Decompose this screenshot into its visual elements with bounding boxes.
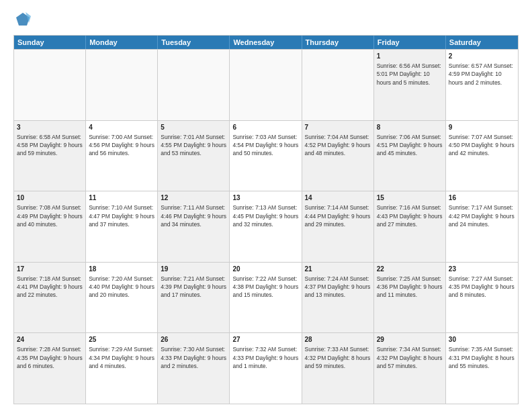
- cal-cell: 30Sunrise: 7:35 AM Sunset: 4:31 PM Dayli…: [446, 333, 518, 404]
- day-info: Sunrise: 7:18 AM Sunset: 4:41 PM Dayligh…: [17, 275, 83, 300]
- cal-cell: 29Sunrise: 7:34 AM Sunset: 4:32 PM Dayli…: [374, 333, 446, 404]
- day-number: 15: [377, 193, 443, 203]
- day-info: Sunrise: 6:58 AM Sunset: 4:58 PM Dayligh…: [17, 133, 83, 158]
- day-info: Sunrise: 7:10 AM Sunset: 4:47 PM Dayligh…: [89, 203, 154, 228]
- header-cell-wednesday: Wednesday: [230, 36, 302, 49]
- cal-cell: 27Sunrise: 7:32 AM Sunset: 4:33 PM Dayli…: [230, 333, 302, 404]
- day-info: Sunrise: 7:16 AM Sunset: 4:43 PM Dayligh…: [377, 203, 443, 228]
- cal-cell: 4Sunrise: 7:00 AM Sunset: 4:56 PM Daylig…: [86, 121, 158, 191]
- day-number: 4: [89, 123, 154, 132]
- day-info: Sunrise: 7:29 AM Sunset: 4:34 PM Dayligh…: [89, 345, 154, 370]
- day-number: 3: [17, 123, 83, 132]
- cal-cell: 14Sunrise: 7:14 AM Sunset: 4:44 PM Dayli…: [302, 191, 374, 262]
- header-cell-sunday: Sunday: [14, 36, 86, 49]
- cal-cell: 17Sunrise: 7:18 AM Sunset: 4:41 PM Dayli…: [14, 263, 86, 333]
- day-info: Sunrise: 7:07 AM Sunset: 4:50 PM Dayligh…: [449, 133, 515, 158]
- day-number: 23: [449, 265, 515, 274]
- day-info: Sunrise: 7:32 AM Sunset: 4:33 PM Dayligh…: [232, 345, 298, 370]
- header: [13, 11, 519, 30]
- day-info: Sunrise: 7:14 AM Sunset: 4:44 PM Dayligh…: [305, 203, 371, 228]
- week-row-1: 1Sunrise: 6:56 AM Sunset: 5:01 PM Daylig…: [14, 49, 518, 120]
- header-cell-thursday: Thursday: [302, 36, 374, 49]
- cal-cell: [14, 50, 86, 120]
- day-number: 9: [449, 123, 515, 132]
- day-number: 1: [377, 52, 443, 61]
- day-number: 6: [232, 123, 298, 132]
- cal-cell: [86, 50, 158, 120]
- cal-cell: 8Sunrise: 7:06 AM Sunset: 4:51 PM Daylig…: [374, 121, 446, 191]
- day-number: 20: [232, 265, 298, 274]
- day-info: Sunrise: 7:33 AM Sunset: 4:32 PM Dayligh…: [305, 345, 371, 370]
- header-cell-tuesday: Tuesday: [158, 36, 230, 49]
- day-info: Sunrise: 7:25 AM Sunset: 4:36 PM Dayligh…: [377, 275, 443, 300]
- calendar: SundayMondayTuesdayWednesdayThursdayFrid…: [13, 35, 519, 404]
- cal-cell: 18Sunrise: 7:20 AM Sunset: 4:40 PM Dayli…: [86, 263, 158, 333]
- day-info: Sunrise: 7:24 AM Sunset: 4:37 PM Dayligh…: [305, 275, 371, 300]
- day-number: 13: [232, 193, 298, 203]
- day-number: 22: [377, 265, 443, 274]
- cal-cell: 23Sunrise: 7:27 AM Sunset: 4:35 PM Dayli…: [446, 263, 518, 333]
- cal-cell: 9Sunrise: 7:07 AM Sunset: 4:50 PM Daylig…: [446, 121, 518, 191]
- logo: [13, 11, 35, 30]
- day-number: 25: [89, 335, 154, 345]
- day-info: Sunrise: 7:30 AM Sunset: 4:33 PM Dayligh…: [161, 345, 226, 370]
- cal-cell: 21Sunrise: 7:24 AM Sunset: 4:37 PM Dayli…: [302, 263, 374, 333]
- cal-cell: 28Sunrise: 7:33 AM Sunset: 4:32 PM Dayli…: [302, 333, 374, 404]
- day-info: Sunrise: 7:08 AM Sunset: 4:49 PM Dayligh…: [17, 203, 83, 228]
- day-info: Sunrise: 7:34 AM Sunset: 4:32 PM Dayligh…: [377, 345, 443, 370]
- logo-icon: [13, 11, 32, 30]
- header-cell-monday: Monday: [86, 36, 158, 49]
- cal-cell: 11Sunrise: 7:10 AM Sunset: 4:47 PM Dayli…: [86, 191, 158, 262]
- cal-cell: 5Sunrise: 7:01 AM Sunset: 4:55 PM Daylig…: [158, 121, 230, 191]
- day-info: Sunrise: 7:22 AM Sunset: 4:38 PM Dayligh…: [232, 275, 298, 300]
- cal-cell: 2Sunrise: 6:57 AM Sunset: 4:59 PM Daylig…: [446, 50, 518, 120]
- day-info: Sunrise: 7:17 AM Sunset: 4:42 PM Dayligh…: [449, 203, 515, 228]
- cal-cell: 10Sunrise: 7:08 AM Sunset: 4:49 PM Dayli…: [14, 191, 86, 262]
- cal-cell: 15Sunrise: 7:16 AM Sunset: 4:43 PM Dayli…: [374, 191, 446, 262]
- page: SundayMondayTuesdayWednesdayThursdayFrid…: [0, 0, 532, 411]
- cal-cell: 3Sunrise: 6:58 AM Sunset: 4:58 PM Daylig…: [14, 121, 86, 191]
- calendar-body: 1Sunrise: 6:56 AM Sunset: 5:01 PM Daylig…: [14, 49, 518, 404]
- cal-cell: 12Sunrise: 7:11 AM Sunset: 4:46 PM Dayli…: [158, 191, 230, 262]
- cal-cell: 6Sunrise: 7:03 AM Sunset: 4:54 PM Daylig…: [230, 121, 302, 191]
- day-number: 8: [377, 123, 443, 132]
- day-number: 11: [89, 193, 154, 203]
- cal-cell: 20Sunrise: 7:22 AM Sunset: 4:38 PM Dayli…: [230, 263, 302, 333]
- day-number: 7: [305, 123, 371, 132]
- day-info: Sunrise: 7:28 AM Sunset: 4:35 PM Dayligh…: [17, 345, 83, 370]
- cal-cell: 19Sunrise: 7:21 AM Sunset: 4:39 PM Dayli…: [158, 263, 230, 333]
- day-number: 27: [232, 335, 298, 345]
- cal-cell: 25Sunrise: 7:29 AM Sunset: 4:34 PM Dayli…: [86, 333, 158, 404]
- calendar-header: SundayMondayTuesdayWednesdayThursdayFrid…: [14, 36, 518, 49]
- week-row-3: 10Sunrise: 7:08 AM Sunset: 4:49 PM Dayli…: [14, 191, 518, 262]
- cal-cell: 1Sunrise: 6:56 AM Sunset: 5:01 PM Daylig…: [374, 50, 446, 120]
- cal-cell: 24Sunrise: 7:28 AM Sunset: 4:35 PM Dayli…: [14, 333, 86, 404]
- header-cell-friday: Friday: [374, 36, 446, 49]
- day-number: 5: [161, 123, 226, 132]
- day-info: Sunrise: 6:57 AM Sunset: 4:59 PM Dayligh…: [449, 62, 515, 87]
- day-info: Sunrise: 7:00 AM Sunset: 4:56 PM Dayligh…: [89, 133, 154, 158]
- day-info: Sunrise: 7:04 AM Sunset: 4:52 PM Dayligh…: [305, 133, 371, 158]
- day-number: 17: [17, 265, 83, 274]
- cal-cell: 22Sunrise: 7:25 AM Sunset: 4:36 PM Dayli…: [374, 263, 446, 333]
- day-number: 12: [161, 193, 226, 203]
- day-number: 21: [305, 265, 371, 274]
- day-number: 16: [449, 193, 515, 203]
- day-info: Sunrise: 7:03 AM Sunset: 4:54 PM Dayligh…: [232, 133, 298, 158]
- day-number: 10: [17, 193, 83, 203]
- day-number: 19: [161, 265, 226, 274]
- cal-cell: 26Sunrise: 7:30 AM Sunset: 4:33 PM Dayli…: [158, 333, 230, 404]
- day-number: 30: [449, 335, 515, 345]
- day-number: 14: [305, 193, 371, 203]
- day-info: Sunrise: 6:56 AM Sunset: 5:01 PM Dayligh…: [377, 62, 443, 87]
- day-info: Sunrise: 7:13 AM Sunset: 4:45 PM Dayligh…: [232, 203, 298, 228]
- day-number: 18: [89, 265, 154, 274]
- cal-cell: 16Sunrise: 7:17 AM Sunset: 4:42 PM Dayli…: [446, 191, 518, 262]
- day-info: Sunrise: 7:35 AM Sunset: 4:31 PM Dayligh…: [449, 345, 515, 370]
- cal-cell: [158, 50, 230, 120]
- cal-cell: 13Sunrise: 7:13 AM Sunset: 4:45 PM Dayli…: [230, 191, 302, 262]
- day-number: 26: [161, 335, 226, 345]
- day-info: Sunrise: 7:21 AM Sunset: 4:39 PM Dayligh…: [161, 275, 226, 300]
- cal-cell: [302, 50, 374, 120]
- day-number: 2: [449, 52, 515, 61]
